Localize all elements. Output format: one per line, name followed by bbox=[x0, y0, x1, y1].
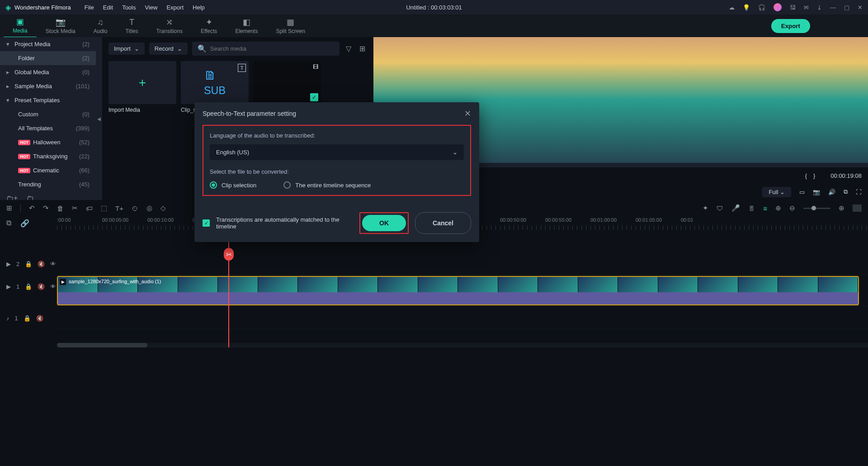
display-icon[interactable]: ▭ bbox=[799, 189, 805, 195]
mic-icon[interactable]: 🎤 bbox=[731, 204, 740, 212]
delete-icon[interactable]: 🗑 bbox=[57, 204, 64, 212]
tag-icon[interactable]: 🏷 bbox=[86, 204, 93, 212]
mixer-icon[interactable]: 🎚 bbox=[748, 204, 755, 212]
import-thumb[interactable]: + bbox=[108, 61, 176, 104]
subtitle-thumb[interactable]: 🗎SUBT bbox=[181, 61, 249, 104]
quality-dropdown[interactable]: Full ⌄ bbox=[762, 187, 791, 197]
playhead-scissors-icon[interactable]: ✂ bbox=[224, 248, 234, 261]
sidebar-item[interactable]: HOTHalloween(52) bbox=[0, 135, 96, 149]
tab-titles[interactable]: TTitles bbox=[116, 15, 147, 37]
track-v2[interactable] bbox=[57, 252, 868, 275]
sidebar-item[interactable]: HOTThanksgiving(22) bbox=[0, 149, 96, 163]
save-icon[interactable]: 🖫 bbox=[790, 4, 796, 11]
sidebar-item[interactable]: Trending(45) bbox=[0, 177, 96, 191]
render-icon[interactable]: ✦ bbox=[703, 204, 708, 212]
menu-view[interactable]: View bbox=[145, 4, 157, 11]
playhead[interactable]: ✂ bbox=[228, 230, 229, 347]
color-icon[interactable]: ◎ bbox=[146, 204, 152, 212]
close-icon[interactable]: ✕ bbox=[858, 4, 863, 11]
timeline-scrollbar[interactable] bbox=[57, 343, 868, 347]
menu-edit[interactable]: Edit bbox=[103, 4, 113, 11]
fit-icon[interactable] bbox=[853, 204, 862, 212]
tab-transitions[interactable]: ⤨Transitions bbox=[147, 14, 192, 37]
add-marker-icon[interactable]: ⊕ bbox=[775, 204, 781, 212]
mail-icon[interactable]: ✉ bbox=[804, 4, 809, 11]
ok-button[interactable]: OK bbox=[362, 215, 406, 231]
tab-media[interactable]: ▣Media bbox=[4, 14, 37, 38]
sidebar-item[interactable]: ▾Project Media(2) bbox=[0, 37, 96, 51]
zoom-out-icon[interactable]: ⊖ bbox=[789, 204, 795, 212]
marker-icon[interactable]: 🛡 bbox=[717, 204, 723, 212]
timeline-clip[interactable]: ▶ sample_1280x720_surfing_with_audio (1) bbox=[57, 276, 859, 305]
headset-icon[interactable]: 🎧 bbox=[758, 4, 765, 11]
sidebar-item[interactable]: HOTCinematic(66) bbox=[0, 163, 96, 177]
text-tool-icon[interactable]: T+ bbox=[115, 204, 123, 212]
search-input[interactable]: 🔍 bbox=[192, 42, 340, 56]
tab-audio[interactable]: ♫Audio bbox=[85, 15, 117, 37]
language-dropdown[interactable]: English (US) ⌄ bbox=[210, 144, 464, 160]
menu-file[interactable]: File bbox=[85, 4, 94, 11]
filter-icon[interactable]: ▽ bbox=[344, 43, 353, 55]
sidebar-item[interactable]: ▸Sample Media(101) bbox=[0, 79, 96, 93]
radio-clip-selection[interactable]: Clip selection bbox=[210, 181, 256, 189]
zoom-slider[interactable] bbox=[803, 208, 830, 209]
lock-icon[interactable]: 🔒 bbox=[24, 315, 31, 322]
speed-icon[interactable]: ⏲ bbox=[132, 204, 138, 212]
radio-entire-timeline[interactable]: The entire timeline sequence bbox=[283, 181, 371, 189]
record-dropdown[interactable]: Record⌄ bbox=[149, 43, 188, 55]
lock-icon[interactable]: 🔒 bbox=[25, 261, 32, 267]
track-a1[interactable] bbox=[57, 307, 868, 329]
sidebar-item[interactable]: ▾Preset Templates bbox=[0, 93, 96, 107]
audio-sync-icon[interactable]: ≡ bbox=[763, 204, 767, 212]
redo-icon[interactable]: ↷ bbox=[43, 204, 49, 212]
export-button[interactable]: Export bbox=[771, 19, 810, 33]
cancel-button[interactable]: Cancel bbox=[415, 212, 471, 234]
sidebar-item[interactable]: Custom(0) bbox=[0, 107, 96, 121]
close-icon[interactable]: ✕ bbox=[464, 109, 471, 119]
crop-icon[interactable]: ⬚ bbox=[101, 204, 107, 212]
sidebar-item[interactable]: All Templates(399) bbox=[0, 121, 96, 135]
lock-icon[interactable]: 🔒 bbox=[25, 283, 32, 290]
checkbox-icon[interactable]: ✓ bbox=[203, 219, 210, 227]
mark-in-icon[interactable]: { bbox=[805, 172, 807, 179]
download-icon[interactable]: ⤓ bbox=[817, 4, 822, 11]
minimize-icon[interactable]: — bbox=[830, 4, 836, 11]
folder-icon[interactable]: 🗀 bbox=[27, 194, 34, 200]
mute-icon[interactable]: 🔇 bbox=[36, 315, 43, 322]
arrange-icon[interactable]: ⊞ bbox=[6, 204, 12, 212]
media-item[interactable]: +Import Media bbox=[108, 61, 176, 113]
sidebar-item[interactable]: Folder(2) bbox=[0, 51, 96, 65]
menu-help[interactable]: Help bbox=[193, 4, 205, 11]
video-thumb[interactable]: 🎞✓ bbox=[253, 61, 321, 104]
maximize-icon[interactable]: ▢ bbox=[844, 4, 849, 11]
avatar-icon[interactable] bbox=[774, 3, 782, 11]
pip-icon[interactable]: ⧉ bbox=[844, 188, 848, 195]
tab-split[interactable]: ▦Split Screen bbox=[267, 14, 314, 37]
menu-export[interactable]: Export bbox=[166, 4, 184, 11]
eye-icon[interactable]: 👁 bbox=[50, 283, 56, 290]
undo-icon[interactable]: ↶ bbox=[29, 204, 35, 212]
copy-icon[interactable]: ⧉ bbox=[6, 219, 11, 228]
cut-icon[interactable]: ✂ bbox=[72, 204, 78, 212]
zoom-in-icon[interactable]: ⊕ bbox=[839, 204, 844, 212]
volume-icon[interactable]: 🔊 bbox=[828, 189, 835, 195]
mute-icon[interactable]: 🔇 bbox=[38, 261, 45, 267]
collapse-sidebar[interactable]: ◂ bbox=[96, 37, 102, 200]
add-folder-icon[interactable]: 🗀+ bbox=[6, 194, 18, 200]
link-icon[interactable]: 🔗 bbox=[20, 219, 29, 228]
lightbulb-icon[interactable]: 💡 bbox=[743, 4, 750, 11]
import-dropdown[interactable]: Import⌄ bbox=[108, 43, 145, 55]
sidebar-item[interactable]: ▸Global Media(0) bbox=[0, 65, 96, 79]
tab-elements[interactable]: ◧Elements bbox=[226, 14, 267, 37]
grid-icon[interactable]: ⊞ bbox=[358, 43, 367, 55]
tab-stock[interactable]: 📷Stock Media bbox=[37, 14, 85, 37]
eye-icon[interactable]: 👁 bbox=[50, 261, 56, 267]
menu-tools[interactable]: Tools bbox=[122, 4, 136, 11]
search-field[interactable] bbox=[210, 45, 334, 52]
mark-out-icon[interactable]: } bbox=[813, 172, 815, 179]
fullscreen-icon[interactable]: ⛶ bbox=[856, 189, 862, 195]
tab-effects[interactable]: ✦Effects bbox=[192, 14, 226, 37]
snapshot-icon[interactable]: 📷 bbox=[813, 189, 820, 195]
track-v1[interactable]: ▶ sample_1280x720_surfing_with_audio (1) bbox=[57, 275, 868, 307]
mute-icon[interactable]: 🔇 bbox=[38, 283, 45, 290]
